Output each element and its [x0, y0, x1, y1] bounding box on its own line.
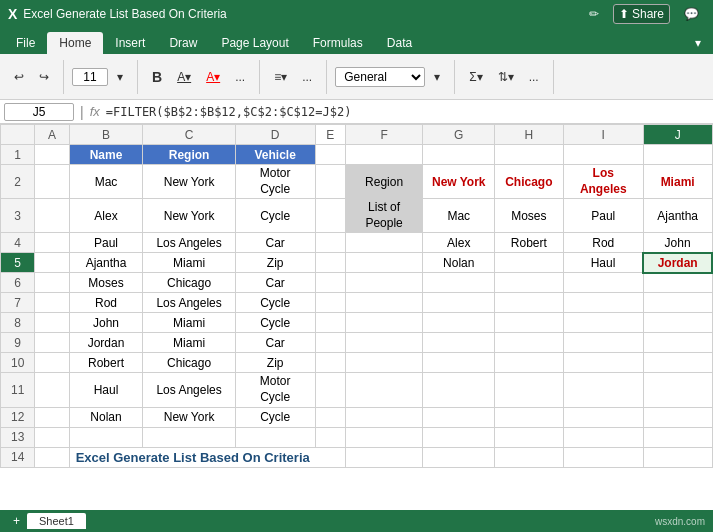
highlight-button[interactable]: A▾: [171, 67, 197, 87]
cell-f10[interactable]: [345, 353, 423, 373]
cell-g14[interactable]: [423, 447, 495, 467]
cell-g7[interactable]: [423, 293, 495, 313]
cell-i6[interactable]: [563, 273, 643, 293]
format-dropdown-btn[interactable]: ▾: [428, 67, 446, 87]
cell-h9[interactable]: [495, 333, 564, 353]
cell-d10[interactable]: Zip: [235, 353, 315, 373]
cell-g6[interactable]: [423, 273, 495, 293]
cell-i10[interactable]: [563, 353, 643, 373]
cell-f7[interactable]: [345, 293, 423, 313]
cell-a8[interactable]: [35, 313, 69, 333]
cell-i12[interactable]: [563, 407, 643, 427]
cell-c3[interactable]: New York: [143, 199, 235, 233]
cell-c11[interactable]: Los Angeles: [143, 373, 235, 407]
cell-f14[interactable]: [345, 447, 423, 467]
cell-a11[interactable]: [35, 373, 69, 407]
tab-home[interactable]: Home: [47, 32, 103, 54]
undo-button[interactable]: ↩: [8, 67, 30, 87]
cell-c9[interactable]: Miami: [143, 333, 235, 353]
cell-d2[interactable]: MotorCycle: [235, 165, 315, 199]
col-i[interactable]: I: [563, 125, 643, 145]
cell-i1[interactable]: [563, 145, 643, 165]
cell-g10[interactable]: [423, 353, 495, 373]
cell-f4[interactable]: [345, 233, 423, 253]
col-e[interactable]: E: [315, 125, 345, 145]
cell-i14[interactable]: [563, 447, 643, 467]
cell-g4[interactable]: Alex: [423, 233, 495, 253]
tab-file[interactable]: File: [4, 32, 47, 54]
cell-b6[interactable]: Moses: [69, 273, 143, 293]
cell-e4[interactable]: [315, 233, 345, 253]
cell-h13[interactable]: [495, 427, 564, 447]
cell-a9[interactable]: [35, 333, 69, 353]
cell-j8[interactable]: [643, 313, 712, 333]
cell-i2[interactable]: LosAngeles: [563, 165, 643, 199]
cell-j9[interactable]: [643, 333, 712, 353]
row-header-12[interactable]: 12: [1, 407, 35, 427]
cell-e6[interactable]: [315, 273, 345, 293]
cell-g2[interactable]: New York: [423, 165, 495, 199]
tab-insert[interactable]: Insert: [103, 32, 157, 54]
cell-j13[interactable]: [643, 427, 712, 447]
cell-f9[interactable]: [345, 333, 423, 353]
cell-h2[interactable]: Chicago: [495, 165, 564, 199]
cell-d11[interactable]: MotorCycle: [235, 373, 315, 407]
cell-c12[interactable]: New York: [143, 407, 235, 427]
row-header-5[interactable]: 5: [1, 253, 35, 273]
more-options-button[interactable]: ...: [523, 67, 545, 87]
row-header-14[interactable]: 14: [1, 447, 35, 467]
cell-g1[interactable]: [423, 145, 495, 165]
cell-g5[interactable]: Nolan: [423, 253, 495, 273]
bold-button[interactable]: B: [146, 66, 168, 88]
cell-c8[interactable]: Miami: [143, 313, 235, 333]
cell-h1[interactable]: [495, 145, 564, 165]
tab-page-layout[interactable]: Page Layout: [209, 32, 300, 54]
cell-j5[interactable]: Jordan: [643, 253, 712, 273]
cell-g8[interactable]: [423, 313, 495, 333]
cell-b8[interactable]: John: [69, 313, 143, 333]
row-header-1[interactable]: 1: [1, 145, 35, 165]
cell-d1[interactable]: Vehicle: [235, 145, 315, 165]
redo-button[interactable]: ↪: [33, 67, 55, 87]
font-size-input[interactable]: [72, 68, 108, 86]
cell-h10[interactable]: [495, 353, 564, 373]
cell-i13[interactable]: [563, 427, 643, 447]
cell-b2[interactable]: Mac: [69, 165, 143, 199]
col-h[interactable]: H: [495, 125, 564, 145]
row-header-7[interactable]: 7: [1, 293, 35, 313]
row-header-11[interactable]: 11: [1, 373, 35, 407]
cell-h5[interactable]: [495, 253, 564, 273]
sort-button[interactable]: ⇅▾: [492, 67, 520, 87]
comment-button[interactable]: 💬: [678, 4, 705, 24]
cell-b7[interactable]: Rod: [69, 293, 143, 313]
col-j[interactable]: J: [643, 125, 712, 145]
cell-d6[interactable]: Car: [235, 273, 315, 293]
cell-d8[interactable]: Cycle: [235, 313, 315, 333]
cell-c2[interactable]: New York: [143, 165, 235, 199]
cell-h8[interactable]: [495, 313, 564, 333]
cell-f6[interactable]: [345, 273, 423, 293]
cell-a3[interactable]: [35, 199, 69, 233]
cell-e12[interactable]: [315, 407, 345, 427]
more-align-button[interactable]: ...: [296, 67, 318, 87]
font-color-button[interactable]: A▾: [200, 67, 226, 87]
cell-j12[interactable]: [643, 407, 712, 427]
tab-draw[interactable]: Draw: [157, 32, 209, 54]
pen-button[interactable]: ✏: [583, 4, 605, 24]
cell-e1[interactable]: [315, 145, 345, 165]
cell-f2[interactable]: Region: [345, 165, 423, 199]
row-header-6[interactable]: 6: [1, 273, 35, 293]
cell-j7[interactable]: [643, 293, 712, 313]
cell-i7[interactable]: [563, 293, 643, 313]
cell-i11[interactable]: [563, 373, 643, 407]
number-format-select[interactable]: General: [335, 67, 425, 87]
cell-d9[interactable]: Car: [235, 333, 315, 353]
cell-h14[interactable]: [495, 447, 564, 467]
cell-h12[interactable]: [495, 407, 564, 427]
tab-formulas[interactable]: Formulas: [301, 32, 375, 54]
tab-more[interactable]: ▾: [683, 32, 713, 54]
row-header-8[interactable]: 8: [1, 313, 35, 333]
cell-b3[interactable]: Alex: [69, 199, 143, 233]
cell-g12[interactable]: [423, 407, 495, 427]
row-header-3[interactable]: 3: [1, 199, 35, 233]
